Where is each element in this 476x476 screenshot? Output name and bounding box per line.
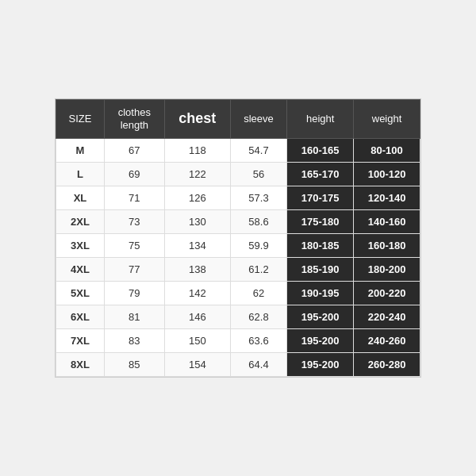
table-cell: 180-185 <box>287 233 354 257</box>
table-cell: 118 <box>164 138 230 162</box>
table-cell: 59.9 <box>230 233 286 257</box>
table-cell: 190-195 <box>287 281 354 305</box>
table-cell: 63.6 <box>230 328 286 352</box>
table-cell: 165-170 <box>287 162 354 186</box>
table-row: 7XL8315063.6195-200240-260 <box>56 328 420 352</box>
table-cell: 200-220 <box>354 281 420 305</box>
table-cell: 7XL <box>56 328 105 352</box>
table-cell: 3XL <box>56 233 105 257</box>
table-cell: 154 <box>164 352 230 376</box>
table-cell: 195-200 <box>287 305 354 328</box>
table-cell: 80-100 <box>354 138 420 162</box>
table-cell: 61.2 <box>230 257 286 281</box>
table-cell: 2XL <box>56 209 105 233</box>
table-cell: 140-160 <box>354 209 420 233</box>
table-cell: 83 <box>104 328 164 352</box>
table-row: M6711854.7160-16580-100 <box>56 138 420 162</box>
table-cell: 138 <box>164 257 230 281</box>
table-cell: 56 <box>230 162 286 186</box>
table-cell: 146 <box>164 305 230 328</box>
table-cell: 62 <box>230 281 286 305</box>
header-clothes-length: clotheslength <box>104 100 164 138</box>
table-cell: 64.4 <box>230 352 286 376</box>
table-row: XL7112657.3170-175120-140 <box>56 186 420 209</box>
table-cell: 220-240 <box>354 305 420 328</box>
table-cell: 175-180 <box>287 209 354 233</box>
page-wrapper: SIZE clotheslength chest sleeve height w… <box>0 0 476 476</box>
table-cell: M <box>56 138 105 162</box>
table-cell: 57.3 <box>230 186 286 209</box>
table-cell: 160-165 <box>287 138 354 162</box>
table-cell: 75 <box>104 233 164 257</box>
table-cell: 79 <box>104 281 164 305</box>
table-cell: 150 <box>164 328 230 352</box>
table-cell: 195-200 <box>287 328 354 352</box>
table-cell: L <box>56 162 105 186</box>
table-cell: 6XL <box>56 305 105 328</box>
header-weight: weight <box>354 100 420 138</box>
table-cell: 81 <box>104 305 164 328</box>
table-cell: XL <box>56 186 105 209</box>
table-cell: 100-120 <box>354 162 420 186</box>
table-row: 8XL8515464.4195-200260-280 <box>56 352 420 376</box>
table-cell: 58.6 <box>230 209 286 233</box>
header-height: height <box>287 100 354 138</box>
table-cell: 4XL <box>56 257 105 281</box>
table-cell: 54.7 <box>230 138 286 162</box>
header-sleeve: sleeve <box>230 100 286 138</box>
table-cell: 126 <box>164 186 230 209</box>
table-row: 2XL7313058.6175-180140-160 <box>56 209 420 233</box>
table-row: 3XL7513459.9180-185160-180 <box>56 233 420 257</box>
table-cell: 142 <box>164 281 230 305</box>
table-cell: 122 <box>164 162 230 186</box>
table-cell: 185-190 <box>287 257 354 281</box>
table-cell: 62.8 <box>230 305 286 328</box>
table-cell: 260-280 <box>354 352 420 376</box>
table-cell: 195-200 <box>287 352 354 376</box>
table-cell: 67 <box>104 138 164 162</box>
size-chart-container: SIZE clotheslength chest sleeve height w… <box>55 98 421 377</box>
table-cell: 5XL <box>56 281 105 305</box>
table-cell: 71 <box>104 186 164 209</box>
header-size: SIZE <box>56 100 105 138</box>
table-cell: 180-200 <box>354 257 420 281</box>
table-header-row: SIZE clotheslength chest sleeve height w… <box>56 100 420 138</box>
table-cell: 8XL <box>56 352 105 376</box>
table-cell: 69 <box>104 162 164 186</box>
table-cell: 120-140 <box>354 186 420 209</box>
size-chart-table: SIZE clotheslength chest sleeve height w… <box>56 99 420 376</box>
table-cell: 170-175 <box>287 186 354 209</box>
table-cell: 240-260 <box>354 328 420 352</box>
table-cell: 160-180 <box>354 233 420 257</box>
table-cell: 85 <box>104 352 164 376</box>
table-row: 4XL7713861.2185-190180-200 <box>56 257 420 281</box>
table-row: 6XL8114662.8195-200220-240 <box>56 305 420 328</box>
table-cell: 130 <box>164 209 230 233</box>
header-chest: chest <box>164 100 230 138</box>
table-row: L6912256165-170100-120 <box>56 162 420 186</box>
table-cell: 134 <box>164 233 230 257</box>
table-cell: 77 <box>104 257 164 281</box>
table-row: 5XL7914262190-195200-220 <box>56 281 420 305</box>
table-cell: 73 <box>104 209 164 233</box>
